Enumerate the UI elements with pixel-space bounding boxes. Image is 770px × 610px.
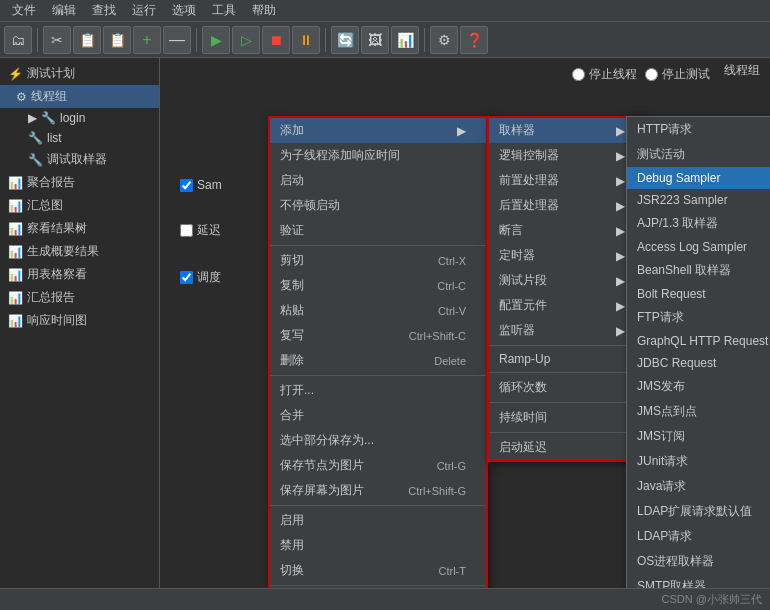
graphql-item[interactable]: GraphQL HTTP Request (627, 330, 770, 352)
toolbar-help[interactable]: ❓ (460, 26, 488, 54)
logic-controller-label: 逻辑控制器 (499, 147, 559, 164)
toolbar-start-no-pause[interactable]: ▷ (232, 26, 260, 54)
toolbar-new[interactable]: 🗂 (4, 26, 32, 54)
ftp-item[interactable]: FTP请求 (627, 305, 770, 330)
ajp-item[interactable]: AJP/1.3 取样器 (627, 211, 770, 236)
loop-count-item[interactable]: 循环次数 (489, 375, 645, 400)
debug-sampler-item[interactable]: Debug Sampler (627, 167, 770, 189)
ramp-up-item[interactable]: Ramp-Up (489, 348, 645, 370)
jdbc-item[interactable]: JDBC Request (627, 352, 770, 374)
save-node-img-item[interactable]: 保存节点为图片 Ctrl-G (270, 453, 486, 478)
copy-item[interactable]: 复制 Ctrl-C (270, 273, 486, 298)
toolbar-start[interactable]: ▶ (202, 26, 230, 54)
duration-item[interactable]: 持续时间 (489, 405, 645, 430)
toolbar-add[interactable]: + (133, 26, 161, 54)
bolt-item[interactable]: Bolt Request (627, 283, 770, 305)
toolbar-cut[interactable]: ✂ (43, 26, 71, 54)
menu-help[interactable]: 帮助 (244, 0, 284, 21)
stop-test-label[interactable]: 停止测试 (645, 66, 710, 83)
menu-file[interactable]: 文件 (4, 0, 44, 21)
menu-find[interactable]: 查找 (84, 0, 124, 21)
content-area: 线程组 停止线程 停止测试 Sam 延迟 (160, 58, 770, 588)
listener-item[interactable]: 监听器 ▶ (489, 318, 645, 343)
save-screen-img-item[interactable]: 保存屏幕为图片 Ctrl+Shift-G (270, 478, 486, 503)
delete-item[interactable]: 删除 Delete (270, 348, 486, 373)
ramp-up-label: Ramp-Up (499, 352, 550, 366)
toolbar-shutdown[interactable]: ⏸ (292, 26, 320, 54)
access-log-item[interactable]: Access Log Sampler (627, 236, 770, 258)
assertion-item[interactable]: 断言 ▶ (489, 218, 645, 243)
sidebar-list[interactable]: 🔧 list (0, 128, 159, 148)
toolbar-screenshot[interactable]: 🖼 (361, 26, 389, 54)
toolbar-refresh[interactable]: 🔄 (331, 26, 359, 54)
sampler-item[interactable]: 取样器 ▶ (489, 118, 645, 143)
toolbar-settings[interactable]: ⚙ (430, 26, 458, 54)
jsr223-item[interactable]: JSR223 Sampler (627, 189, 770, 211)
http-request-item[interactable]: HTTP请求 (627, 117, 770, 142)
logic-controller-item[interactable]: 逻辑控制器 ▶ (489, 143, 645, 168)
validate-item[interactable]: 验证 (270, 218, 486, 243)
sidebar-aggregate[interactable]: 📊 聚合报告 (0, 171, 159, 194)
add-menu-header[interactable]: 添加 ▶ (270, 118, 486, 143)
sep-2 (270, 375, 486, 376)
java-item[interactable]: Java请求 (627, 474, 770, 499)
jms-point-item[interactable]: JMS点到点 (627, 399, 770, 424)
sidebar-login[interactable]: ▶ 🔧 login (0, 108, 159, 128)
toolbar-stop[interactable]: ⏹ (262, 26, 290, 54)
jms-subscribe-item[interactable]: JMS订阅 (627, 424, 770, 449)
toolbar-paste[interactable]: 📋 (103, 26, 131, 54)
save-selected-item[interactable]: 选中部分保存为... (270, 428, 486, 453)
menu-run[interactable]: 运行 (124, 0, 164, 21)
test-fragment-item[interactable]: 测试片段 ▶ (489, 268, 645, 293)
smtp-item[interactable]: SMTP取样器 (627, 574, 770, 588)
menu-edit[interactable]: 编辑 (44, 0, 84, 21)
sidebar-debug-sampler[interactable]: 🔧 调试取样器 (0, 148, 159, 171)
start-item[interactable]: 启动 (270, 168, 486, 193)
ldap-item[interactable]: LDAP请求 (627, 524, 770, 549)
menu-tools[interactable]: 工具 (204, 0, 244, 21)
loop-count-label: 循环次数 (499, 379, 547, 396)
generate-label: 生成概要结果 (27, 243, 99, 260)
sidebar-table-view[interactable]: 📊 用表格察看 (0, 263, 159, 286)
junit-item[interactable]: JUnit请求 (627, 449, 770, 474)
toolbar-remove[interactable]: — (163, 26, 191, 54)
start-label: 启动 (280, 172, 304, 189)
sidebar-thread-group[interactable]: ⚙ 线程组 (0, 85, 159, 108)
toggle-item[interactable]: 切换 Ctrl-T (270, 558, 486, 583)
cut-item[interactable]: 剪切 Ctrl-X (270, 248, 486, 273)
jdbc-label: JDBC Request (637, 356, 716, 370)
paste-item[interactable]: 粘贴 Ctrl-V (270, 298, 486, 323)
sidebar-summary-report[interactable]: 📊 汇总报告 (0, 286, 159, 309)
rewrite-label: 复写 (280, 327, 304, 344)
stop-thread-label[interactable]: 停止线程 (572, 66, 637, 83)
merge-item[interactable]: 合并 (270, 403, 486, 428)
sidebar-test-plan[interactable]: ⚡ 测试计划 (0, 62, 159, 85)
pre-processor-item[interactable]: 前置处理器 ▶ (489, 168, 645, 193)
menu-options[interactable]: 选项 (164, 0, 204, 21)
jms-publish-item[interactable]: JMS发布 (627, 374, 770, 399)
beanshell-item[interactable]: BeanShell 取样器 (627, 258, 770, 283)
sidebar-summary-graph[interactable]: 📊 汇总图 (0, 194, 159, 217)
enable-item[interactable]: 启用 (270, 508, 486, 533)
timer-item[interactable]: 定时器 ▶ (489, 243, 645, 268)
post-processor-item[interactable]: 后置处理器 ▶ (489, 193, 645, 218)
sidebar-generate-summary[interactable]: 📊 生成概要结果 (0, 240, 159, 263)
start-no-pause-item[interactable]: 不停顿启动 (270, 193, 486, 218)
sidebar-view-tree[interactable]: 📊 察看结果树 (0, 217, 159, 240)
sidebar-response-time[interactable]: 📊 响应时间图 (0, 309, 159, 332)
ldap-ext-item[interactable]: LDAP扩展请求默认值 (627, 499, 770, 524)
rewrite-item[interactable]: 复写 Ctrl+Shift-C (270, 323, 486, 348)
stop-test-radio[interactable] (645, 68, 658, 81)
stop-thread-radio[interactable] (572, 68, 585, 81)
startup-delay-item[interactable]: 启动延迟 (489, 435, 645, 460)
toolbar-copy[interactable]: 📋 (73, 26, 101, 54)
test-action-item[interactable]: 测试活动 (627, 142, 770, 167)
os-process-label: OS进程取样器 (637, 553, 714, 570)
os-process-item[interactable]: OS进程取样器 (627, 549, 770, 574)
disable-item[interactable]: 禁用 (270, 533, 486, 558)
open-item[interactable]: 打开... (270, 378, 486, 403)
config-element-item[interactable]: 配置元件 ▶ (489, 293, 645, 318)
toolbar-chart[interactable]: 📊 (391, 26, 419, 54)
main-layout: ⚡ 测试计划 ⚙ 线程组 ▶ 🔧 login 🔧 list 🔧 调试取样器 📊 … (0, 58, 770, 588)
add-timing-item[interactable]: 为子线程添加响应时间 (270, 143, 486, 168)
